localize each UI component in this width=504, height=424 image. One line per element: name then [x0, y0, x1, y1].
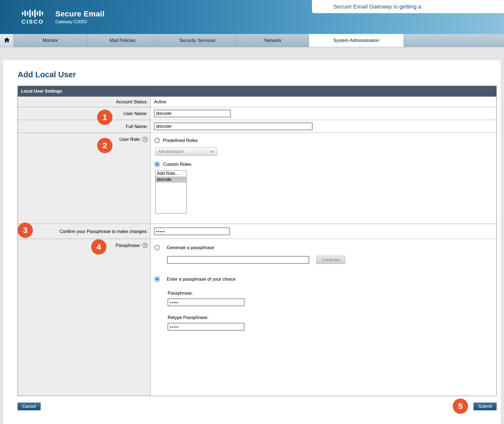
app-header: CISCO Secure Email Gateway C000V Secure … [0, 0, 504, 34]
brand-name: CISCO [21, 18, 44, 25]
nav-filler [404, 34, 504, 47]
passphrase-input[interactable] [168, 298, 244, 306]
main-nav: Monitor Mail Policies Security Services … [0, 34, 504, 47]
local-user-settings-table: Local User Settings Account Status: Acti… [18, 86, 497, 396]
generate-passphrase-radio[interactable] [154, 245, 160, 250]
user-role-help-icon[interactable]: ? [142, 137, 148, 142]
predefined-roles-radio[interactable] [154, 138, 160, 143]
content-sheet: Add Local User Local User Settings Accou… [3, 60, 501, 424]
page-title: Add Local User [18, 70, 501, 79]
full-name-label: Full Name: [18, 120, 151, 133]
tab-security-services[interactable]: Security Services [158, 34, 237, 47]
predefined-roles-option: Predefined Roles [154, 138, 198, 143]
cisco-logo: CISCO [21, 9, 44, 25]
step-badge-2: 2 [97, 138, 112, 153]
role-list-item-docrole[interactable]: docrole [156, 177, 186, 183]
generated-passphrase-input[interactable] [167, 256, 309, 264]
passphrase-label-cell: Passphrase: ? [18, 239, 151, 396]
step-badge-1: 1 [97, 110, 112, 125]
generate-passphrase-label: Generate a passphrase [167, 245, 214, 250]
manual-passphrase-radio[interactable] [154, 277, 160, 282]
notification-banner-text: Secure Email Gateway is getting a [333, 3, 421, 10]
predefined-role-selected-value: Administrator [158, 149, 184, 154]
passphrase-help-icon[interactable]: ? [142, 243, 148, 248]
home-icon [4, 37, 10, 44]
account-status-value: Active [151, 97, 496, 107]
user-role-row: User Role: ? Predefined Roles Administra… [18, 133, 496, 224]
retype-passphrase-label: Retype Passphrase: [168, 315, 209, 320]
product-block: Secure Email Gateway C000V [55, 10, 105, 24]
form-actions: Cancel Submit [18, 403, 497, 410]
confirm-passphrase-row: Confirm your Passphrase to make changes: [18, 224, 496, 239]
notification-banner: Secure Email Gateway is getting a [312, 0, 504, 13]
retype-passphrase-input[interactable] [168, 323, 244, 331]
page: CISCO Secure Email Gateway C000V Secure … [0, 0, 504, 424]
predefined-role-select[interactable]: Administrator [155, 147, 217, 156]
user-name-row: User Name: [18, 107, 496, 120]
account-status-row: Account Status: Active [18, 96, 496, 107]
submit-button[interactable]: Submit [474, 403, 497, 410]
custom-roles-option: Custom Roles [154, 162, 192, 167]
step-badge-3: 3 [18, 223, 33, 238]
cancel-button[interactable]: Cancel [18, 403, 41, 410]
passphrase-label: Passphrase: [116, 243, 141, 248]
custom-roles-radio[interactable] [154, 162, 160, 167]
tab-monitor[interactable]: Monitor [14, 34, 87, 47]
step-badge-5: 5 [453, 399, 468, 414]
manual-passphrase-option-label: Enter a passphrase of your choice [167, 277, 235, 282]
tab-mail-policies[interactable]: Mail Policies [87, 34, 158, 47]
manual-passphrase-option: Enter a passphrase of your choice [154, 277, 235, 282]
table-section-header: Local User Settings [18, 86, 496, 96]
full-name-row: Full Name: [18, 120, 496, 133]
tab-network[interactable]: Network [237, 34, 309, 47]
generate-passphrase-option: Generate a passphrase [154, 245, 214, 250]
user-role-label-cell: User Role: ? [18, 133, 151, 224]
confirm-passphrase-input[interactable] [154, 227, 230, 235]
full-name-input[interactable] [154, 123, 312, 130]
confirm-passphrase-label: Confirm your Passphrase to make changes: [18, 224, 151, 239]
tab-system-administration[interactable]: System Administration [309, 34, 404, 47]
role-list-item-add[interactable]: Add Role... [156, 170, 186, 177]
custom-roles-listbox[interactable]: Add Role... docrole [155, 170, 187, 214]
account-status-label: Account Status: [18, 97, 151, 107]
generate-row: Generate [167, 256, 345, 264]
home-button[interactable] [0, 34, 14, 47]
product-model: Gateway C000V [55, 19, 105, 24]
user-name-input[interactable] [154, 110, 231, 117]
step-badge-4: 4 [91, 239, 106, 255]
user-role-label: User Role: [119, 137, 141, 142]
cisco-logo-icon [22, 9, 43, 18]
predefined-roles-label: Predefined Roles [163, 138, 198, 143]
passphrase-row: Passphrase: ? Generate a passphrase Gene… [18, 239, 496, 396]
user-name-label: User Name: [18, 107, 151, 120]
product-name: Secure Email [55, 10, 105, 18]
custom-roles-label: Custom Roles [163, 162, 192, 167]
section-title: Local User Settings [18, 89, 62, 94]
generate-button[interactable]: Generate [316, 256, 345, 264]
chevron-down-icon [210, 149, 215, 154]
manual-passphrase-label: Passphrase: [168, 291, 193, 296]
